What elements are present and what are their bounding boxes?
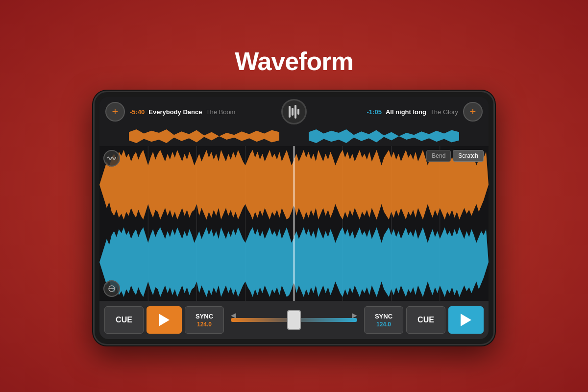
play-right-button[interactable] xyxy=(448,306,484,334)
sync-right-label: SYNC xyxy=(375,313,392,320)
bottom-controls: CUE SYNC 124.0 ◀ ▶ xyxy=(99,301,489,339)
add-right-button[interactable]: + xyxy=(463,102,483,122)
mini-waveform-right xyxy=(309,129,459,143)
deck-left-time: -5:40 xyxy=(130,108,145,116)
spinner-bar xyxy=(297,109,299,115)
deck-right-time: -1:05 xyxy=(367,108,382,116)
mini-waveform-strip xyxy=(99,126,489,146)
deck-right-artist: The Glory xyxy=(430,108,458,116)
tablet-frame: + -5:40 Everybody Dance The Boom -1:05 A… xyxy=(93,91,495,345)
divider-button[interactable] xyxy=(103,280,120,297)
spinner-bar xyxy=(289,106,291,118)
center-spinner xyxy=(281,99,307,124)
play-right-icon xyxy=(461,314,471,326)
scratch-button[interactable]: Scratch xyxy=(453,150,484,162)
add-left-button[interactable]: + xyxy=(105,102,125,122)
sync-left-label: SYNC xyxy=(196,313,213,320)
spinner-bars xyxy=(289,105,299,119)
spinner-bar xyxy=(292,108,294,116)
track-info-right: -1:05 All night long The Glory xyxy=(307,108,463,116)
deck-left-artist: The Boom xyxy=(206,108,235,116)
cue-left-button[interactable]: CUE xyxy=(104,306,144,334)
play-left-icon xyxy=(159,314,170,326)
sync-right-bpm: 124.0 xyxy=(376,321,391,328)
sync-left-button[interactable]: SYNC 124.0 xyxy=(185,306,224,334)
bend-scratch-controls: Bend Scratch xyxy=(426,150,484,162)
crossfader-left-arrow: ◀ xyxy=(231,311,236,319)
cue-right-button[interactable]: CUE xyxy=(406,306,445,334)
crossfader-right-arrow: ▶ xyxy=(352,311,357,319)
page-title: Waveform xyxy=(235,47,353,76)
crossfader-thumb[interactable] xyxy=(287,310,301,330)
waveform-area[interactable]: Bend Scratch xyxy=(99,146,489,301)
tablet-screen: + -5:40 Everybody Dance The Boom -1:05 A… xyxy=(99,97,489,339)
spinner-bar xyxy=(294,105,296,119)
bend-button[interactable]: Bend xyxy=(426,150,451,162)
sync-left-bpm: 124.0 xyxy=(197,321,212,328)
track-info-left: -5:40 Everybody Dance The Boom xyxy=(125,108,281,116)
play-left-button[interactable] xyxy=(147,306,182,334)
waveform-left-controls xyxy=(103,150,120,167)
top-bar: + -5:40 Everybody Dance The Boom -1:05 A… xyxy=(99,97,489,126)
sync-right-button[interactable]: SYNC 124.0 xyxy=(364,306,403,334)
deck-left-title: Everybody Dance xyxy=(148,108,202,116)
deck-right-title: All night long xyxy=(386,108,426,116)
playhead xyxy=(294,146,294,301)
waveform-wave-button[interactable] xyxy=(103,150,120,167)
crossfader-container: ◀ ▶ xyxy=(227,318,361,322)
mini-waveform-left xyxy=(129,129,279,143)
crossfader-track[interactable]: ◀ ▶ xyxy=(231,318,357,322)
